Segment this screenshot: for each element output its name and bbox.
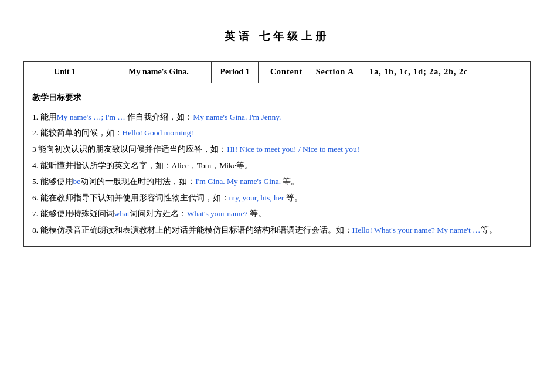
- list-item: 1. 能用My name's …; I'm … 作自我介绍，如：My name'…: [32, 110, 522, 125]
- sections-detail: 1a, 1b, 1c, 1d; 2a, 2b, 2c: [369, 67, 468, 76]
- blue-text-6: my, your, his, her: [229, 193, 284, 202]
- blue-text-5: be: [73, 177, 81, 186]
- teaching-goals: 教学目标要求 1. 能用My name's …; I'm … 作自我介绍，如：M…: [32, 90, 522, 238]
- blue-text-5b: I'm Gina. My name's Gina.: [195, 177, 281, 186]
- list-item: 2. 能较简单的问候，如：Hello! Good morning!: [32, 125, 522, 141]
- list-item: 8. 能模仿录音正确朗读和表演教材上的对话并能模仿目标语的结构和语调进行会话。如…: [32, 223, 522, 238]
- goals-row: 教学目标要求 1. 能用My name's …; I'm … 作自我介绍，如：M…: [24, 83, 531, 247]
- unit-cell: Unit 1: [24, 62, 106, 83]
- goals-title: 教学目标要求: [32, 90, 522, 106]
- blue-text-1b: My name's Gina. I'm Jenny.: [193, 113, 281, 121]
- goals-cell: 教学目标要求 1. 能用My name's …; I'm … 作自我介绍，如：M…: [24, 83, 531, 247]
- list-item: 7. 能够使用特殊疑问词what词问对方姓名：What's your name?…: [32, 206, 522, 221]
- blue-text-1: My name's …; I'm …: [57, 113, 125, 121]
- blue-text-7: what: [114, 209, 130, 218]
- list-item: 3 能向初次认识的朋友致以问候并作适当的应答，如：Hi! Nice to mee…: [32, 142, 522, 157]
- list-item: 5. 能够使用be动词的一般现在时的用法，如：I'm Gina. My name…: [32, 174, 522, 189]
- name-cell: My name's Gina.: [106, 62, 212, 83]
- period-cell: Period 1: [212, 62, 259, 83]
- blue-text-7b: What's your name?: [187, 209, 248, 218]
- content-label: Content: [270, 67, 303, 76]
- main-table: Unit 1 My name's Gina. Period 1 Content …: [23, 61, 531, 247]
- page-title: 英语 七年级上册: [23, 29, 531, 43]
- section-label: Section A: [316, 67, 354, 76]
- list-item: 6. 能在教师指导下认知并使用形容词性物主代词，如：my, your, his,…: [32, 190, 522, 206]
- list-item: 4. 能听懂并指认所学的英文名字，如：Alice，Tom，Mike等。: [32, 158, 522, 173]
- content-cell: Content Section A 1a, 1b, 1c, 1d; 2a, 2b…: [259, 62, 531, 83]
- table-header-row: Unit 1 My name's Gina. Period 1 Content …: [24, 62, 531, 83]
- blue-text-2: Hello! Good morning!: [123, 128, 193, 137]
- blue-text-8: Hello! What's your name? My name't …: [352, 226, 481, 234]
- blue-text-3: Hi! Nice to meet you! / Nice to meet you…: [227, 145, 359, 154]
